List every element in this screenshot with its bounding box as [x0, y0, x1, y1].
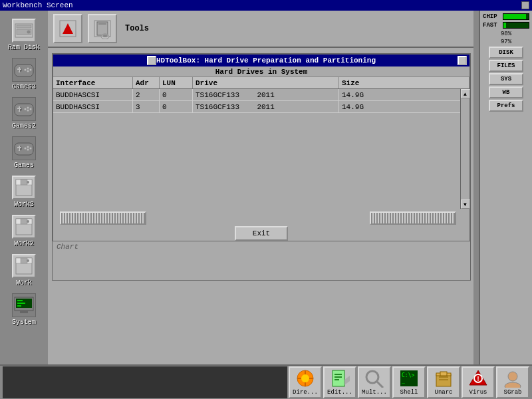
mult-icon	[364, 368, 385, 389]
hdtoolbox-zoom-gadget[interactable]	[458, 56, 467, 65]
svg-rect-71	[440, 372, 447, 376]
chip-label: CHIP	[483, 13, 501, 20]
svg-rect-50	[98, 23, 106, 25]
svg-rect-45	[20, 311, 28, 313]
taskbar-item-virus[interactable]: ! Virus	[462, 366, 495, 398]
work3-icon	[12, 176, 36, 200]
disk-button[interactable]: DISK	[489, 47, 523, 59]
svg-rect-7	[17, 68, 21, 70]
wb-button[interactable]: WB	[489, 86, 523, 98]
taskbar-item-edit[interactable]: Edit...	[323, 366, 356, 398]
games3-icon	[12, 58, 36, 82]
sys-button[interactable]: SYS	[489, 73, 523, 85]
hdtoolbox-title: HDToolBox: Hard Drive Preparation and Pa…	[156, 57, 376, 65]
files-button[interactable]: FILES	[489, 60, 523, 72]
svg-point-31	[27, 181, 29, 184]
games-icon	[12, 136, 36, 160]
main-area: HDToolBox: Hard Drive Preparation and Pa…	[48, 48, 473, 374]
svg-point-25	[30, 148, 32, 150]
left-striped-btn[interactable]	[60, 211, 146, 225]
prefs-button[interactable]: Prefs	[489, 100, 523, 112]
svg-rect-43	[17, 303, 25, 304]
svg-point-27	[25, 148, 27, 150]
sidebar: Ram Disk Games3	[0, 11, 48, 399]
sidebar-item-work2[interactable]: Work2	[11, 213, 37, 249]
shell-label: Shell	[400, 389, 418, 396]
toolbar-button-2[interactable]	[88, 14, 117, 43]
hdtoolbox-close-gadget[interactable]	[147, 56, 156, 65]
td-drive-1: TS16GCF133 2011	[193, 89, 339, 100]
scroll-down-arrow[interactable]: ▼	[461, 200, 470, 209]
dire-label: Dire...	[293, 389, 318, 396]
taskbar-item-unarc[interactable]: Unarc	[427, 366, 460, 398]
right-striped-btn[interactable]	[370, 211, 456, 225]
svg-text:!: !	[476, 376, 480, 383]
taskbar-item-mult[interactable]: Mult...	[358, 366, 391, 398]
sgrab-icon	[502, 368, 523, 389]
svg-rect-59	[332, 370, 344, 386]
scroll-up-arrow[interactable]: ▲	[461, 89, 470, 98]
dire-icon	[295, 368, 316, 389]
table-row[interactable]: BUDDHASCSI 3 0 TS16GCF133 2011 14.9G	[53, 101, 469, 113]
shell-icon: C:\> _	[398, 368, 420, 389]
work2-icon	[12, 215, 36, 239]
chip-pct-label: 98%	[483, 31, 529, 37]
system-label: System	[12, 319, 36, 326]
tools-label: Tools	[125, 24, 149, 33]
svg-point-54	[301, 374, 309, 382]
table-row[interactable]: BUDDHASCSI 2 0 TS16GCF133 2011 14.9G	[53, 89, 469, 101]
td-interface-2: BUDDHASCSI	[53, 101, 133, 112]
table-scrollbar[interactable]: ▲ ▼	[460, 89, 469, 209]
taskbar-item-shell[interactable]: C:\> _ Shell	[392, 366, 426, 398]
svg-point-52	[102, 35, 108, 37]
toolbar: Tools	[48, 11, 473, 48]
sidebar-item-games[interactable]: Games	[11, 135, 37, 170]
taskbar: Dire... Edit... Mult... C:\>	[0, 364, 532, 399]
td-size-2: 14.9G	[339, 101, 469, 112]
svg-point-35	[27, 220, 29, 223]
svg-point-11	[24, 69, 26, 71]
sidebar-item-games3[interactable]: Games3	[11, 57, 37, 92]
td-lun-2: 0	[160, 101, 193, 112]
taskbar-item-sgrab[interactable]: SGrab	[496, 366, 529, 398]
svg-point-16	[27, 107, 29, 109]
chart-label: Chart	[53, 241, 470, 252]
svg-point-39	[27, 259, 29, 262]
fast-row: FAST	[483, 22, 529, 29]
svg-point-10	[27, 70, 29, 72]
toolbar-button-1[interactable]	[53, 14, 82, 43]
svg-rect-42	[17, 300, 23, 301]
sidebar-item-work[interactable]: Work	[11, 253, 37, 288]
sidebar-item-ramdisk[interactable]: Ram Disk	[7, 17, 41, 53]
svg-marker-63	[344, 376, 350, 385]
title-bar: Workbench Screen	[0, 0, 532, 11]
desktop: Ram Disk Games3	[0, 11, 532, 399]
games2-icon	[12, 97, 36, 121]
svg-rect-23	[17, 147, 21, 148]
sidebar-item-system[interactable]: System	[11, 292, 37, 327]
svg-rect-30	[21, 180, 27, 185]
fast-label: FAST	[483, 22, 501, 29]
title-bar-close[interactable]	[521, 1, 529, 9]
svg-point-64	[366, 371, 378, 383]
games2-label: Games2	[12, 122, 36, 130]
th-size: Size	[339, 77, 469, 88]
sidebar-item-work3[interactable]: Work3	[11, 174, 37, 209]
svg-rect-15	[17, 108, 21, 109]
games-label: Games	[14, 162, 34, 169]
hdtoolbox-window: HDToolBox: Hard Drive Preparation and Pa…	[52, 53, 471, 246]
svg-rect-44	[17, 305, 21, 307]
sidebar-item-games2[interactable]: Games2	[11, 96, 37, 131]
work2-label: Work2	[14, 240, 34, 247]
exit-button[interactable]: Exit	[235, 226, 288, 241]
svg-rect-38	[21, 258, 27, 263]
system-icon	[12, 293, 36, 317]
edit-label: Edit...	[327, 389, 352, 396]
table-body: BUDDHASCSI 2 0 TS16GCF133 2011 14.9G BUD…	[53, 89, 469, 113]
taskbar-left	[3, 366, 287, 398]
work3-label: Work3	[14, 201, 34, 208]
svg-rect-34	[21, 219, 27, 224]
fast-bar-fill	[503, 23, 506, 28]
taskbar-item-dire[interactable]: Dire...	[289, 366, 322, 398]
hdtoolbox-subtitle: Hard Drives in System	[53, 66, 469, 77]
